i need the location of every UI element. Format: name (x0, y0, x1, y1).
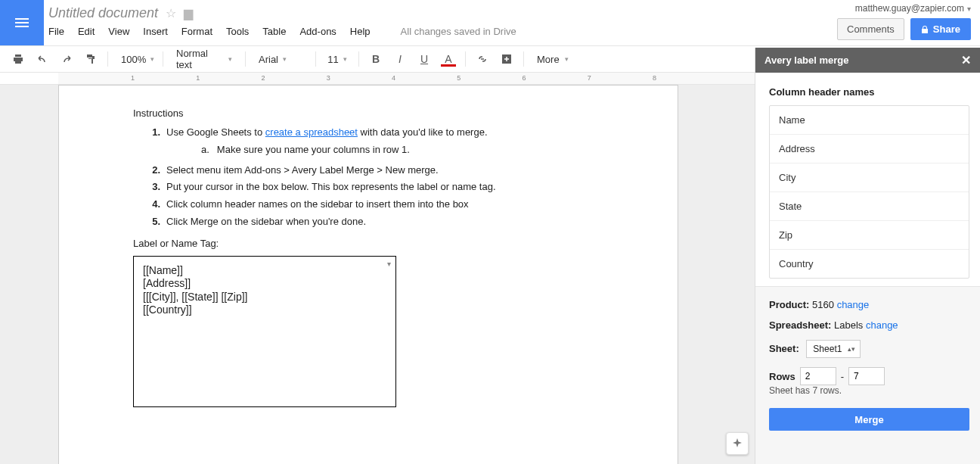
updown-icon: ▴▾ (848, 345, 855, 353)
instructions-list: 1.Use Google Sheets to create a spreadsh… (133, 121, 641, 142)
column-item-state[interactable]: State (770, 192, 969, 220)
caret-down-icon: ▾ (565, 55, 569, 63)
menu-addons[interactable]: Add-ons (299, 26, 336, 37)
redo-icon[interactable] (56, 49, 77, 69)
app-logo[interactable] (0, 0, 44, 45)
label-template-box[interactable]: ▾ [[Name]] [Address]] [[[City]], [[State… (133, 256, 396, 407)
undo-icon[interactable] (32, 49, 53, 69)
list-item: 2.Select menu item Add-ons > Avery Label… (150, 162, 641, 179)
caret-down-icon: ▾ (343, 55, 347, 63)
column-item-city[interactable]: City (770, 163, 969, 192)
menu-tools[interactable]: Tools (226, 26, 249, 37)
explore-icon (731, 438, 743, 450)
account-menu[interactable]: matthew.guay@zapier.com ▾ (855, 3, 971, 14)
rows-from-input[interactable] (800, 367, 836, 385)
rows-row: Rows - (769, 367, 969, 385)
column-item-country[interactable]: Country (770, 249, 969, 278)
change-product-link[interactable]: change (837, 299, 870, 310)
addon-sidebar: Avery label merge ✕ Column header names … (755, 48, 980, 464)
label-box-heading: Label or Name Tag: (133, 237, 641, 251)
list-item: 4.Click column header names on the sideb… (150, 196, 641, 213)
menu-view[interactable]: View (108, 26, 129, 37)
spreadsheet-row: Spreadsheet: Labels change (769, 319, 969, 331)
share-label: Share (933, 23, 960, 35)
list-item: 1.Use Google Sheets to create a spreadsh… (150, 124, 641, 142)
more-toolbar-dropdown[interactable]: More▾ (530, 49, 575, 69)
create-spreadsheet-link[interactable]: create a spreadsheet (265, 126, 358, 138)
menu-table[interactable]: Table (262, 26, 286, 37)
menu-insert[interactable]: Insert (143, 26, 168, 37)
rows-to-input[interactable] (848, 367, 885, 385)
label-line: [[Country]] (143, 304, 386, 317)
caret-down-icon: ▾ (967, 5, 971, 13)
column-item-address[interactable]: Address (770, 134, 969, 163)
column-item-zip[interactable]: Zip (770, 220, 969, 249)
list-item: 3.Put your cursor in the box below. This… (150, 179, 641, 196)
instructions-heading: Instructions (133, 107, 641, 121)
italic-icon[interactable]: I (389, 49, 411, 69)
column-headers-title: Column header names (769, 86, 969, 98)
column-list: Name Address City State Zip Country (769, 105, 969, 279)
menu-format[interactable]: Format (181, 26, 212, 37)
close-icon[interactable]: ✕ (961, 53, 971, 67)
caret-down-icon: ▾ (283, 55, 287, 63)
change-spreadsheet-link[interactable]: change (866, 319, 898, 331)
zoom-dropdown[interactable]: 100%▾ (114, 49, 157, 69)
sidebar-title: Avery label merge (764, 54, 849, 66)
print-icon[interactable] (8, 49, 29, 69)
lock-icon (921, 26, 929, 33)
label-line: [Address]] (143, 277, 386, 291)
paragraph-style-dropdown[interactable]: Normal text▾ (169, 49, 239, 69)
font-family-dropdown[interactable]: Arial▾ (252, 49, 309, 69)
label-line: [[[City]], [[State]] [[Zip]] (143, 291, 386, 304)
menu-edit[interactable]: Edit (78, 26, 95, 37)
underline-icon[interactable]: U (414, 49, 435, 69)
menu-file[interactable]: File (48, 26, 64, 37)
bold-icon[interactable]: B (365, 49, 386, 69)
explore-button[interactable] (726, 432, 749, 455)
editor-viewport[interactable]: Instructions 1.Use Google Sheets to crea… (0, 85, 755, 464)
rows-info: Sheet has 7 rows. (769, 385, 969, 396)
account-email: matthew.guay@zapier.com (855, 3, 964, 14)
sheet-select[interactable]: Sheet1▴▾ (806, 340, 861, 358)
caret-down-icon[interactable]: ▾ (387, 260, 391, 269)
label-line: [[Name]] (143, 264, 386, 278)
folder-icon[interactable]: ▆ (184, 6, 193, 20)
add-comment-icon[interactable] (496, 49, 517, 69)
product-row: Product: 5160 change (769, 299, 969, 310)
merge-button[interactable]: Merge (769, 408, 969, 431)
insert-link-icon[interactable] (472, 49, 493, 69)
font-size-dropdown[interactable]: 11▾ (322, 49, 352, 69)
save-status: All changes saved in Drive (401, 26, 516, 37)
caret-down-icon: ▾ (228, 55, 232, 63)
star-icon[interactable]: ☆ (166, 6, 176, 20)
list-item: 5.Click Merge on the sidebar when you're… (150, 213, 641, 231)
list-subitem: a.Make sure you name your columns in row… (133, 142, 641, 159)
caret-down-icon: ▾ (150, 55, 154, 63)
document-page[interactable]: Instructions 1.Use Google Sheets to crea… (58, 85, 678, 464)
column-item-name[interactable]: Name (770, 106, 969, 134)
document-title[interactable]: Untitled document (48, 5, 158, 21)
share-button[interactable]: Share (910, 18, 971, 40)
sheet-row: Sheet: Sheet1▴▾ (769, 340, 969, 358)
menu-help[interactable]: Help (350, 26, 371, 37)
paint-format-icon[interactable] (80, 49, 101, 69)
menu-icon (15, 18, 29, 27)
text-color-icon[interactable]: A (438, 49, 459, 69)
comments-button[interactable]: Comments (837, 18, 904, 40)
